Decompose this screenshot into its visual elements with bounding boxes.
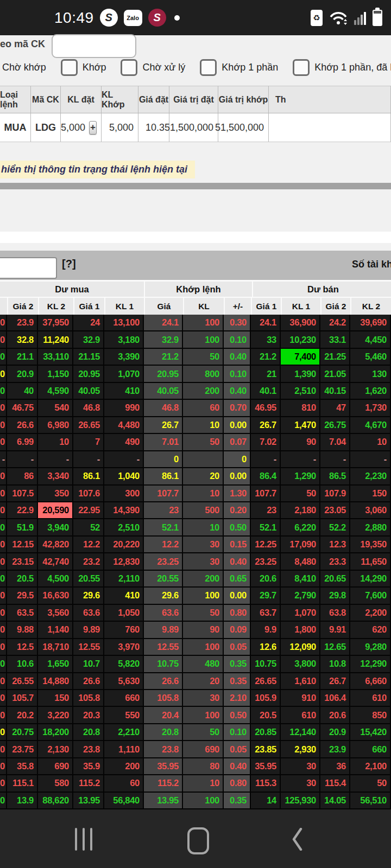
board-cell: 0.50 [224, 707, 251, 724]
board-cell: 100 [183, 793, 224, 809]
board-cell: 6,980 [38, 417, 73, 434]
board-row[interactable]: 0404,59040.0541040.052000.4040.12,51040.… [0, 383, 391, 400]
board-cell: 0.15 [224, 537, 251, 553]
board-cell: 20.5 [7, 571, 38, 588]
subcol-kl2-ban: KL 2 [350, 298, 391, 315]
board-row[interactable]: 0115.1580115.260115.2100.80115.330115.45… [0, 775, 391, 792]
board-cell: 36 [320, 758, 350, 775]
board-cell: 10.8 [320, 656, 350, 673]
subcol-gia2-ban: Giá 2 [320, 298, 350, 315]
board-row[interactable]: 0863,34086.11,04086.1200.0086.41,29086.5… [0, 468, 391, 485]
board-cell: 19,350 [350, 537, 391, 553]
group-du-ban: Dư bán [253, 282, 391, 297]
board-row[interactable]: 021.133,11021.153,39021.2500.4021.27,400… [0, 349, 391, 366]
board-cell: 300 [104, 486, 144, 502]
board-row[interactable]: 0107.5350107.6300107.7101.30107.750107.9… [0, 486, 391, 502]
board-cell: 5,820 [104, 656, 144, 673]
board-cell: 5,460 [350, 349, 391, 366]
battery-saver-icon: ♻ [311, 10, 323, 26]
help-link[interactable]: [?] [62, 258, 76, 270]
board-cell: 23.9 [7, 315, 38, 331]
board-cell: 12.55 [144, 639, 183, 656]
status-left: 10:49 S Zalo S [54, 0, 180, 35]
board-cell: 1,110 [104, 741, 144, 758]
board-row[interactable]: 012.518,71012.553,97012.551000.0512.612,… [0, 639, 391, 656]
checkbox-cho-xu-ly[interactable] [121, 59, 137, 76]
board-cell: 0.20 [224, 502, 251, 519]
board-row[interactable]: 010.61,65010.75,82010.754800.3510.753,80… [0, 656, 391, 673]
board-row[interactable]: -----00---- [0, 451, 391, 468]
board-row[interactable]: 09.881,1409.897609.89900.099.91,8009.916… [0, 622, 391, 639]
board-cell: 12,090 [281, 639, 320, 656]
board-row[interactable]: 026.5514,88026.65,63026.6200.3526.651,61… [0, 673, 391, 690]
checkbox-khop-1-phan-da-huy[interactable] [293, 59, 310, 76]
board-cell: 6,660 [350, 673, 391, 690]
expand-order-button[interactable]: + [89, 121, 97, 135]
board-cell: 7 [73, 434, 104, 451]
board-cell: 26.55 [7, 673, 38, 690]
board-row[interactable]: 023.1542,74023.212,83023.25300.4023.258,… [0, 553, 391, 570]
board-row[interactable]: 020.54,50020.552,11020.552000.6520.68,41… [0, 571, 391, 588]
board-cell: 0 [0, 553, 7, 570]
board-cell: 1,040 [104, 468, 144, 485]
board-row[interactable]: 020.7518,20020.82,21020.8500.1020.8512,1… [0, 724, 391, 741]
board-row[interactable]: 046.7554046.899046.8600.7046.95810471,73… [0, 400, 391, 417]
board-cell: 0 [224, 451, 251, 468]
board-row[interactable]: 032.811,24032.93,18032.91000.103310,2303… [0, 331, 391, 348]
board-row[interactable]: 063.53,56063.61,05063.6500.8063.71,07063… [0, 605, 391, 622]
board-row[interactable]: 026.66,98026.654,48026.7100.0026.71,4702… [0, 417, 391, 434]
home-button[interactable] [187, 827, 209, 854]
board-cell: 5,630 [104, 673, 144, 690]
recents-button[interactable] [75, 828, 92, 851]
board-rows: 023.937,9502413,10024.11000.3024.136,900… [0, 315, 391, 809]
board-cell: 0.50 [224, 519, 251, 536]
board-row[interactable]: 0105.7150105.8660105.8302.10105.9910106.… [0, 690, 391, 707]
board-cell: 2,200 [350, 605, 391, 622]
board-cell: 36,900 [281, 315, 320, 331]
board-row[interactable]: 023.937,9502413,10024.11000.3024.136,900… [0, 315, 391, 331]
board-row[interactable]: 022.920,59022.9514,390235000.20232,18023… [0, 502, 391, 519]
order-row[interactable]: MUA LDG 5,000 + 5,000 10.3 51,500,000 51… [0, 113, 391, 142]
board-cell: 0.00 [224, 588, 251, 604]
board-cell: 40.05 [144, 383, 183, 400]
checkbox-khop-1-phan[interactable] [200, 59, 217, 76]
board-row[interactable]: 012.1542,82012.220,22012.2300.1512.2517,… [0, 537, 391, 553]
board-cell: 0 [0, 758, 7, 775]
board-row[interactable]: 051.93,940522,51052.1100.5052.16,22052.2… [0, 519, 391, 536]
board-cell: 20,590 [38, 502, 73, 519]
board-cell: 46.95 [251, 400, 281, 417]
board-cell: 42,740 [38, 553, 73, 570]
board-cell: 105.8 [144, 690, 183, 707]
board-cell: 21 [251, 366, 281, 382]
status-bar: 10:49 S Zalo S ♻ [0, 0, 391, 35]
board-row[interactable]: 06.991074907.01500.077.02907.0410 [0, 434, 391, 451]
board-cell: 50 [281, 486, 320, 502]
board-row[interactable]: 020.23,22020.355020.41000.5020.561020.68… [0, 707, 391, 724]
board-cell: 0.40 [224, 383, 251, 400]
board-row[interactable]: 035.869035.920035.95800.4035.9530362,100 [0, 758, 391, 775]
symbol-input[interactable] [52, 34, 136, 58]
board-cell: 20.9 [7, 366, 38, 382]
board-row[interactable]: 023.752,13023.81,11023.86900.0523.852,93… [0, 741, 391, 758]
back-button[interactable] [292, 828, 303, 851]
board-cell: 88,620 [38, 793, 73, 809]
board-cell: 3,060 [350, 502, 391, 519]
board-cell: 3,390 [104, 349, 144, 366]
board-cell: 1,730 [350, 400, 391, 417]
board-cell: - [251, 451, 281, 468]
board-cell: 1,140 [38, 622, 73, 639]
symbol-search-input[interactable] [0, 257, 57, 279]
board-cell: 42,820 [38, 537, 73, 553]
group-du-mua: Dư mua [0, 282, 144, 297]
board-cell: 11,650 [350, 553, 391, 570]
board-cell: 8,480 [281, 553, 320, 570]
board-cell: 1,390 [281, 366, 320, 382]
checkbox-khop[interactable] [61, 59, 78, 76]
board-cell: 29.6 [73, 588, 104, 604]
board-cell: 26.65 [73, 417, 104, 434]
board-row[interactable]: 029.516,63029.641029.61000.0029.72,79029… [0, 588, 391, 604]
board-cell: 18,710 [38, 639, 73, 656]
board-row[interactable]: 013.988,62013.9556,84013.951000.3514125,… [0, 793, 391, 809]
board-row[interactable]: 020.91,15020.951,07020.958000.10211,3902… [0, 366, 391, 382]
board-cell: 32.8 [7, 331, 38, 348]
